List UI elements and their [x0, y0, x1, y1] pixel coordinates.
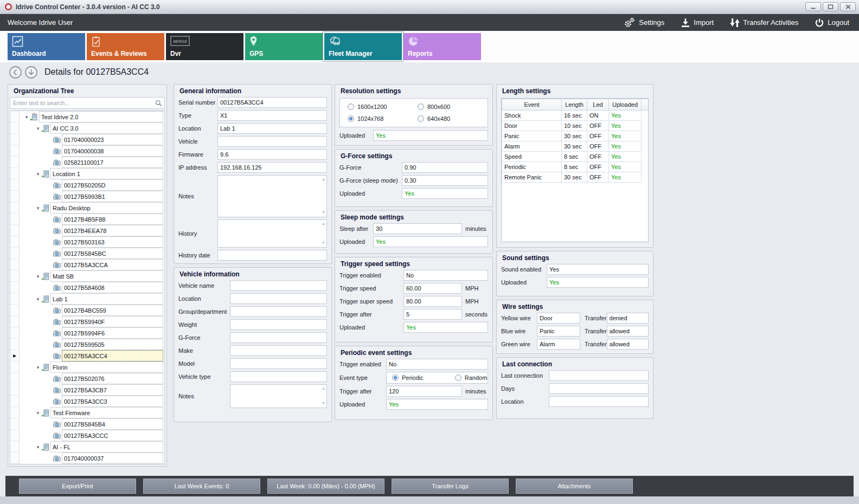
type-field[interactable]: [217, 110, 327, 121]
minimize-button[interactable]: [805, 2, 821, 11]
tree-node-00127b5994f6[interactable]: 00127B5994F6: [10, 327, 164, 339]
vehicle-type-field[interactable]: [230, 371, 327, 382]
radio-option-800x600[interactable]: 800x600: [418, 104, 488, 110]
expander-icon[interactable]: ▾: [35, 365, 41, 370]
make-field[interactable]: [230, 345, 327, 356]
g-force-sleep-mode-field[interactable]: [402, 175, 488, 186]
length-row-periodic[interactable]: Periodic8 secOFFYes: [502, 162, 649, 172]
expander-icon[interactable]: ▾: [23, 114, 30, 120]
length-row-remote-panic[interactable]: Remote Panic30 secOFFYes: [502, 172, 649, 183]
yellow-wire-field[interactable]: [537, 313, 580, 324]
tree-node-matt-sb[interactable]: ▾Matt SB: [10, 270, 164, 282]
tab-dvr[interactable]: MERGEDvr: [166, 33, 243, 60]
expander-icon[interactable]: ▾: [35, 126, 41, 131]
column-header-event[interactable]: Event: [502, 99, 562, 111]
group-department-field[interactable]: [230, 306, 327, 317]
radio-option-random[interactable]: Random: [455, 374, 488, 381]
tree-node-ai-fl[interactable]: ▾AI - FL: [10, 441, 164, 453]
radio-option-1024x768[interactable]: 1024x768: [348, 115, 418, 122]
column-header-led[interactable]: Led: [587, 99, 609, 111]
export-print-button[interactable]: Export/Print: [19, 479, 136, 494]
tree-node-00127b599505[interactable]: 00127B599505: [10, 339, 164, 350]
scroll-down-icon[interactable]: ▼: [322, 241, 325, 244]
sleep-after-field[interactable]: [373, 223, 462, 234]
logout-button[interactable]: Logout: [815, 17, 849, 28]
tree-search-input[interactable]: [10, 97, 165, 109]
column-header-uploaded[interactable]: Uploaded: [609, 99, 642, 111]
tree-node-00127b5a3ccc[interactable]: 00127B5A3CCC: [10, 430, 164, 441]
tree-node-017040000023[interactable]: 017040000023: [10, 134, 164, 145]
weight-field[interactable]: [230, 319, 327, 330]
tree-node-017040000038[interactable]: 017040000038: [10, 145, 164, 157]
tab-reports[interactable]: Reports: [403, 33, 481, 60]
close-button[interactable]: [840, 2, 856, 11]
length-row-panic[interactable]: Panic30 secOFFYes: [502, 131, 649, 141]
expander-icon[interactable]: ▾: [35, 274, 41, 279]
tree-node-00127b50205d[interactable]: 00127B50205D: [10, 179, 164, 191]
trigger-super-speed-field[interactable]: [403, 296, 462, 307]
notes-textarea[interactable]: [230, 384, 327, 408]
radio-option-1600x1200[interactable]: 1600x1200: [348, 104, 418, 110]
history-date-field[interactable]: [217, 250, 327, 261]
last-connection-field[interactable]: [549, 370, 649, 381]
firmware-field[interactable]: [217, 149, 327, 160]
history-textarea[interactable]: [217, 219, 327, 248]
blue-wire-transfer-field[interactable]: [607, 326, 649, 337]
tree-node-00127b584608[interactable]: 00127B584608: [10, 282, 164, 293]
tree-node-00127b5845bc[interactable]: 00127B5845BC: [10, 248, 164, 259]
notes-textarea[interactable]: [217, 175, 327, 217]
tree-node-00127b5a3cc3[interactable]: 00127B5A3CC3: [10, 396, 164, 407]
attachments-button[interactable]: Attachments: [516, 479, 633, 494]
tree-node-00127b502076[interactable]: 00127B502076: [10, 373, 164, 384]
tree-node-00127b5a3cca[interactable]: 00127B5A3CCA: [10, 259, 164, 270]
days-field[interactable]: [549, 383, 649, 394]
transfer-logs-button[interactable]: Transfer Logs: [392, 479, 509, 494]
vehicle-name-field[interactable]: [230, 280, 327, 291]
length-row-speed[interactable]: Speed8 secOFFYes: [502, 152, 649, 162]
scroll-up-icon[interactable]: ▲: [322, 386, 325, 390]
tree-node-location-1[interactable]: ▾Location 1: [10, 168, 164, 179]
serial-number-field[interactable]: [217, 97, 327, 108]
location-field[interactable]: [230, 293, 327, 304]
tab-events-reviews[interactable]: Events & Reviews: [87, 33, 164, 60]
radio-option-periodic[interactable]: Periodic: [392, 374, 424, 381]
expander-icon[interactable]: ▾: [35, 296, 41, 302]
location-field[interactable]: [549, 396, 649, 407]
expander-icon[interactable]: ▾: [35, 444, 41, 450]
expand-down-circle-button[interactable]: [24, 66, 38, 79]
tree-node-test-firmware[interactable]: ▾Test Firmware: [10, 407, 164, 418]
tree-node-ai-cc-3-0[interactable]: ▾AI CC 3.0: [10, 122, 164, 134]
tree-node-00127b503163[interactable]: 00127B503163: [10, 236, 164, 248]
trigger-enabled-field[interactable]: [386, 359, 488, 370]
tree-node-00127b4bc559[interactable]: 00127B4BC559: [10, 305, 164, 316]
trigger-after-field[interactable]: [386, 386, 462, 397]
expander-icon[interactable]: ▾: [35, 171, 41, 177]
search-icon[interactable]: [155, 100, 162, 107]
blue-wire-field[interactable]: [537, 326, 580, 337]
length-row-alarm[interactable]: Alarm30 secOFFYes: [502, 141, 649, 152]
tree-node-lab-1[interactable]: ▾Lab 1: [10, 293, 164, 305]
length-row-shock[interactable]: Shock16 secONYes: [502, 111, 649, 121]
tree-node-017040000037[interactable]: 017040000037: [10, 453, 164, 464]
tab-fleet-manager[interactable]: Fleet Manager: [324, 33, 402, 60]
g-force-field[interactable]: [230, 332, 327, 343]
location-field[interactable]: [217, 123, 327, 134]
tree-node-00127b4eea78[interactable]: 00127B4EEA78: [10, 225, 164, 236]
model-field[interactable]: [230, 358, 327, 369]
trigger-speed-field[interactable]: [403, 283, 462, 294]
tree-node-00127b5845b4[interactable]: 00127B5845B4: [10, 418, 164, 430]
tree-node-00127b59940f[interactable]: 00127B59940F: [10, 316, 164, 327]
yellow-wire-transfer-field[interactable]: [607, 313, 649, 324]
import-button[interactable]: Import: [681, 17, 714, 28]
trigger-enabled-field[interactable]: [403, 270, 488, 281]
tree-node-radu-desktop[interactable]: ▾Radu Desktop: [10, 202, 164, 214]
tab-gps[interactable]: GPS: [245, 33, 323, 60]
green-wire-transfer-field[interactable]: [607, 339, 649, 350]
scroll-down-icon[interactable]: ▼: [322, 401, 325, 405]
tree-node-00127b5a3cb7[interactable]: 00127B5A3CB7: [10, 384, 164, 396]
length-row-door[interactable]: Door10 secOFFYes: [502, 121, 649, 131]
tab-dashboard[interactable]: Dashboard: [8, 33, 85, 60]
tree-node-00127b5a3cc4[interactable]: ▶00127B5A3CC4: [10, 350, 164, 361]
tree-node-00127b5993b1[interactable]: 00127B5993B1: [10, 191, 164, 202]
expander-icon[interactable]: ▾: [35, 410, 41, 416]
